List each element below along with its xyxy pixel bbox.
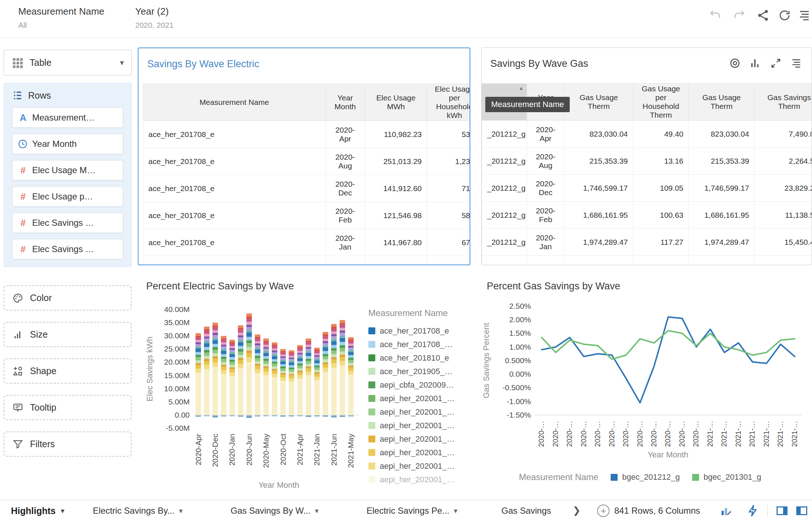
legend-item[interactable]: ace_her_201708_e — [368, 324, 474, 338]
cell[interactable]: 276,989.37 — [365, 256, 427, 266]
cell[interactable]: 251,013.29 — [365, 148, 427, 175]
expand-icon[interactable] — [770, 57, 782, 69]
panel-right-icon[interactable] — [775, 504, 789, 517]
column-header[interactable]: Gas Savings Therm — [755, 84, 812, 121]
cell[interactable]: 23,829.26 — [755, 175, 812, 202]
cell[interactable]: 1,974,289.47 — [689, 229, 755, 256]
cell[interactable]: 100.63 — [633, 202, 689, 229]
drop-target-color[interactable]: Color — [4, 285, 132, 311]
canvas-tab-1[interactable]: Gas Savings By W...▾ — [231, 500, 319, 521]
cell[interactable]: 2020-Feb — [326, 202, 365, 229]
legend-item[interactable]: aepi_her_202001_… — [368, 405, 474, 419]
line-series-bgec_201212_g[interactable] — [542, 317, 795, 403]
column-header[interactable]: Elec Usage per Household kWh — [427, 84, 471, 121]
electric-bar-chart[interactable]: 40.00M35.00M30.00M25.00M20.00M15.00M10.0… — [144, 305, 371, 495]
rows-field-1[interactable]: Year Month — [12, 134, 123, 154]
panel-left-icon[interactable] — [795, 504, 808, 517]
cell[interactable]: -726.42 — [755, 256, 812, 266]
cell[interactable]: 215,353.39 — [565, 148, 633, 175]
cell[interactable]: ace_her_201708_e — [143, 175, 326, 202]
cell[interactable]: ace_her_201708_e — [143, 229, 326, 256]
column-header[interactable]: Gas Usage per Household Therm — [633, 84, 689, 121]
rows-field-3[interactable]: #Elec Usage p… — [12, 186, 123, 207]
column-header[interactable]: Year Month — [326, 84, 365, 121]
cell[interactable]: ace_her_201708_e — [143, 202, 326, 229]
visualization-type-select[interactable]: Table ▾ — [4, 50, 132, 76]
cell[interactable]: 201212_g — [482, 256, 527, 266]
cell[interactable]: 7,490.05 — [755, 121, 812, 148]
rows-field-4[interactable]: #Elec Savings … — [12, 213, 123, 233]
cell[interactable]: 823,030.04 — [565, 121, 633, 148]
cell[interactable]: 2020-Apr — [527, 121, 565, 148]
cell[interactable]: 1,974,289.47 — [565, 229, 633, 256]
tabs-scroll-right-icon[interactable]: ❯ — [573, 505, 581, 516]
cell[interactable]: ace_her_201708_e — [143, 148, 326, 175]
cell[interactable]: ace_her_201708_e — [143, 256, 326, 266]
cell[interactable]: 580. — [427, 202, 471, 229]
menu-icon[interactable] — [790, 57, 802, 69]
legend-item[interactable]: aepi_her_202001_… — [368, 446, 474, 459]
cell[interactable]: 117.27 — [633, 229, 689, 256]
cell[interactable]: 1,238. — [427, 148, 471, 175]
column-header[interactable]: Elec Usage MWh — [365, 84, 427, 121]
gas-line-chart[interactable]: 2.50%2.00%1.50%1.00%0.500%0.00%-0.500%-1… — [482, 300, 811, 468]
cell[interactable]: 2020-Apr — [326, 121, 365, 148]
cell[interactable]: 2020-Dec — [527, 175, 565, 202]
cell[interactable]: _201212_g — [482, 148, 527, 175]
cell[interactable]: 823,030.04 — [689, 121, 755, 148]
legend-item[interactable]: ace_her_201905_… — [368, 365, 474, 378]
cell[interactable]: 121,546.98 — [365, 202, 427, 229]
cell[interactable]: _201212_g — [482, 202, 527, 229]
cell[interactable]: 719. — [427, 175, 471, 202]
canvas-tab-2[interactable]: Electric Savings Pe...▾ — [367, 500, 458, 521]
cell[interactable]: 1,686,161.95 — [565, 202, 633, 229]
cell[interactable]: 215,353.39 — [689, 148, 755, 175]
cell[interactable]: 1,357 — [427, 256, 471, 266]
column-header[interactable]: Gas Usage Therm — [565, 84, 633, 121]
legend-item[interactable]: aepi_her_202001_… — [368, 392, 474, 405]
cell[interactable]: 49.40 — [633, 121, 689, 148]
cell[interactable]: ace_her_201708_e — [143, 121, 326, 148]
cell[interactable]: 110,982.23 — [365, 121, 427, 148]
cell[interactable]: 2,264.50 — [755, 148, 812, 175]
refresh-data-icon[interactable] — [778, 9, 791, 22]
cell[interactable]: 13.16 — [633, 148, 689, 175]
cell[interactable]: 674. — [427, 229, 471, 256]
share-icon[interactable] — [756, 9, 770, 22]
cell[interactable]: 2020-Aug — [326, 148, 365, 175]
cell[interactable]: 1,686,161.95 — [689, 202, 755, 229]
filter-measurement-name[interactable]: Measurement Name All — [18, 6, 105, 30]
add-canvas-button[interactable]: + — [597, 505, 610, 517]
drop-target-tooltip[interactable]: Tooltip — [4, 395, 132, 420]
canvas-tab-3[interactable]: Gas Savings — [501, 500, 551, 521]
cell[interactable]: 2020- — [326, 256, 365, 266]
chart-edit-icon[interactable] — [720, 504, 733, 517]
cell[interactable]: 1,746,599.17 — [565, 175, 633, 202]
legend-item[interactable]: bgec_201301_g — [692, 472, 761, 482]
bar-chart-icon[interactable] — [750, 57, 761, 69]
cell[interactable]: 215,476.31 — [689, 256, 755, 266]
gas-table-panel[interactable]: Savings By Wave Gas asurement▲Year Month… — [481, 47, 812, 265]
cell[interactable]: 1,746,599.17 — [689, 175, 755, 202]
rows-field-5[interactable]: #Elec Savings … — [12, 239, 123, 259]
legend-item[interactable]: aepi_cbfa_202009… — [368, 378, 474, 392]
legend-item[interactable]: aepi_her_202001_… — [368, 432, 474, 446]
cell[interactable]: _201212_g — [482, 175, 527, 202]
legend-item[interactable]: aepi_her_202001_… — [368, 419, 474, 432]
cell[interactable]: 141,912.60 — [365, 175, 427, 202]
cell[interactable]: 2020-Jan — [326, 229, 365, 256]
drop-target-size[interactable]: Size — [4, 322, 132, 347]
legend-item[interactable]: aepi_her_202001_… — [368, 459, 474, 473]
legend-item[interactable]: ace_her_201810_e — [368, 351, 474, 365]
target-icon[interactable] — [729, 57, 741, 69]
menu-icon[interactable] — [798, 9, 811, 22]
legend-item[interactable]: bgec_201212_g — [611, 472, 680, 482]
drop-target-filters[interactable]: Filters — [4, 431, 132, 457]
cell[interactable]: _201212_g — [482, 121, 527, 148]
cell[interactable]: _201212_g — [482, 229, 527, 256]
line-series-bgec_201301_g[interactable] — [542, 331, 795, 359]
cell[interactable]: 2020-Aug — [527, 148, 565, 175]
cell[interactable]: 141,967.80 — [365, 229, 427, 256]
cell[interactable]: 11,138.56 — [755, 202, 812, 229]
highlights-menu[interactable]: Highlights ▾ — [11, 500, 64, 521]
